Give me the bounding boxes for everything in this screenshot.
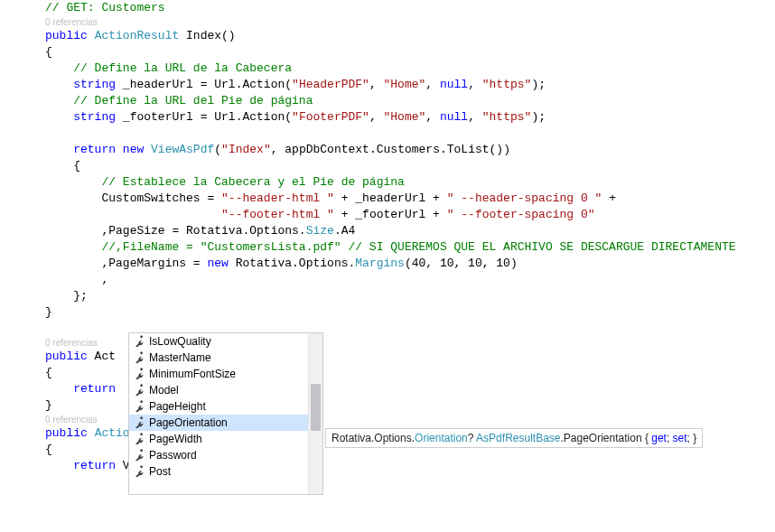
codelens-references[interactable]: 0 referencias — [0, 414, 775, 425]
wrench-icon — [133, 399, 149, 415]
wrench-icon — [133, 383, 149, 398]
intellisense-item-label: PageHeight — [149, 400, 206, 413]
intellisense-item[interactable]: MinimumFontSize — [129, 366, 308, 382]
intellisense-item[interactable]: Model — [129, 382, 308, 398]
intellisense-item[interactable]: MasterName — [129, 350, 308, 366]
codelens-references[interactable]: 0 referencias — [0, 16, 775, 28]
wrench-icon — [133, 350, 149, 366]
intellisense-item-label: Password — [149, 449, 197, 462]
intellisense-item-label: MinimumFontSize — [149, 368, 236, 380]
wrench-icon — [133, 464, 149, 480]
intellisense-item[interactable]: Password — [129, 447, 308, 463]
wrench-icon — [133, 415, 149, 431]
intellisense-item-label: Post — [149, 465, 171, 478]
signature-tooltip: Rotativa.Options.Orientation? AsPdfResul… — [325, 428, 703, 448]
intellisense-popup[interactable]: IsLowQualityMasterNameMinimumFontSizeMod… — [128, 332, 323, 495]
intellisense-item[interactable]: PageWidth — [129, 431, 308, 447]
keyword: public — [45, 29, 88, 42]
wrench-icon — [133, 448, 149, 463]
wrench-icon — [133, 334, 149, 350]
intellisense-item-label: Model — [149, 384, 179, 397]
comment: // GET: Customers — [45, 1, 165, 14]
intellisense-item[interactable]: PageOrientation — [129, 415, 308, 431]
intellisense-item[interactable]: PageHeight — [129, 398, 308, 415]
intellisense-item-label: PageWidth — [149, 433, 202, 445]
intellisense-item-label: PageOrientation — [149, 416, 228, 429]
codelens-references[interactable]: 0 referencias — [0, 337, 775, 349]
wrench-icon — [133, 432, 149, 447]
intellisense-item-label: IsLowQuality — [149, 335, 211, 348]
intellisense-item[interactable]: IsLowQuality — [129, 333, 308, 350]
intellisense-list[interactable]: IsLowQualityMasterNameMinimumFontSizeMod… — [129, 333, 308, 494]
intellisense-scrollbar[interactable] — [308, 333, 322, 494]
wrench-icon — [133, 367, 149, 382]
code-editor[interactable]: // GET: Customers 0 referencias public A… — [0, 0, 775, 474]
intellisense-item[interactable]: Post — [129, 463, 308, 480]
intellisense-item-label: MasterName — [149, 351, 211, 364]
type-name: ActionResult — [95, 29, 180, 42]
scrollbar-thumb[interactable] — [311, 384, 321, 431]
